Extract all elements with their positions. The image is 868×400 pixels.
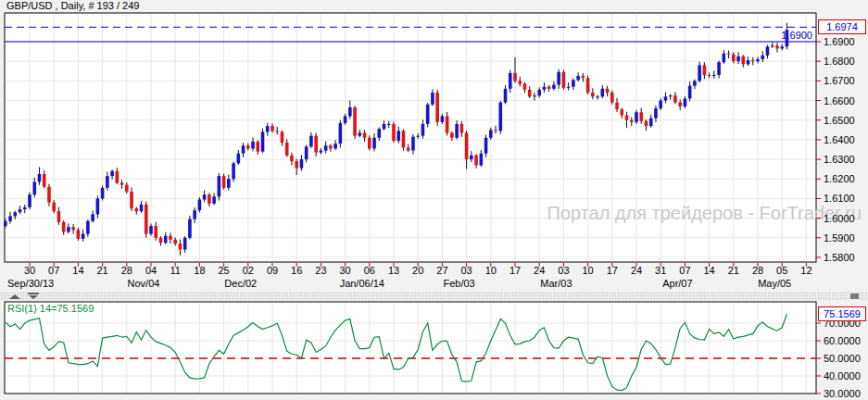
price-axis-label: 1.6300 [824,154,855,165]
week-tick-label: 14 [72,265,83,276]
candle [435,90,439,126]
chart-canvas[interactable]: Портал для трейдеров - ForTrader.ru1.690… [0,0,868,400]
current-rsi-badge: 75.1569 [818,306,866,321]
month-label: Feb/03 [443,278,474,289]
week-tick-label: 13 [388,265,399,276]
week-tick-label: 12 [800,265,811,276]
month-label: Apr/07 [662,278,692,289]
week-tick-label: 09 [267,265,278,276]
candle [402,130,406,151]
price-axis-label: 1.6100 [824,193,855,204]
rsi-indicator-label: RSI(1) 14=75.1569 [7,303,94,314]
week-tick-label: 30 [339,265,350,276]
splitter-grip-icon[interactable] [850,294,859,299]
week-tick-label: 03 [460,265,472,276]
week-tick-label: 05 [776,265,787,276]
month-label: May/05 [758,278,791,289]
watermark: Портал для трейдеров - ForTrader.ru [547,203,862,223]
trading-terminal-chart-window: GBP/USD , Daily, # 193 / 249 Портал для … [0,0,868,400]
price-axis-label: 1.6700 [824,75,855,86]
month-label: Mar/03 [540,278,572,289]
price-axis-label: 1.5900 [824,232,855,244]
price-axis-label: 1.6200 [824,173,855,184]
month-label: Nov/04 [128,278,160,289]
panel-splitter[interactable] [0,292,868,301]
week-tick-label: 28 [121,265,132,276]
rsi-axis-label: 50.0000 [824,353,861,364]
week-tick-label: 27 [436,265,447,276]
week-tick-label: 21 [96,265,107,276]
candle [586,76,590,95]
week-tick-label: 14 [703,265,714,276]
week-tick-label: 10 [485,265,497,276]
week-tick-label: 21 [728,265,739,276]
week-tick-label: 25 [218,265,229,276]
week-tick-label: 18 [194,265,205,276]
candle [261,129,265,154]
week-tick-label: 11 [170,265,180,276]
candle [28,193,31,209]
week-tick-label: 07 [679,265,690,276]
week-tick-label: 24 [631,265,642,276]
rsi-axis-label: 60.0000 [824,335,861,346]
price-axis: 1.69001.68001.67001.66001.65001.64001.63… [816,36,855,263]
week-tick-label: 03 [558,265,569,276]
month-label: Jan/06/14 [340,278,384,289]
week-tick-label: 02 [243,265,254,276]
rsi-axis-label: 40.0000 [824,370,861,381]
week-tick-label: 07 [48,265,59,276]
price-axis-label: 1.6800 [824,56,855,67]
candle [498,101,502,134]
week-tick-label: 16 [291,265,302,276]
candle [562,69,566,90]
price-axis-label: 1.6400 [824,134,855,145]
expand-panel-icon[interactable] [28,293,39,294]
week-tick-label: 17 [509,265,521,276]
week-tick-label: 20 [412,265,423,276]
price-axis-label: 1.5800 [824,252,855,263]
candle [145,202,148,238]
month-label: Dec/02 [224,278,257,289]
time-axis: 3007142128041118250209162330061320270310… [7,263,812,289]
candle [222,174,226,190]
price-axis-label: 1.6500 [824,115,855,126]
collapse-panel-icon[interactable] [9,294,20,299]
week-tick-label: 06 [364,265,375,276]
chart-title: GBP/USD , Daily, # 193 / 249 [6,0,139,11]
candle [392,121,396,143]
price-axis-label: 1.6600 [824,95,855,106]
candle [218,173,221,201]
candle [339,120,343,148]
week-tick-label: 23 [315,265,326,276]
price-axis-label: 1.6900 [824,36,855,47]
week-tick-label: 30 [24,265,35,276]
rsi-axis-label: 30.0000 [824,388,861,399]
week-tick-label: 17 [607,265,618,276]
month-label: Sep/30/13 [7,278,54,289]
week-tick-label: 28 [752,265,763,276]
week-tick-label: 24 [534,265,545,276]
week-tick-label: 10 [582,265,593,276]
current-price-badge: 1.6974 [818,19,866,34]
candle [188,216,192,240]
week-tick-label: 31 [655,265,666,276]
candle [353,106,357,139]
candle [426,103,430,127]
price-axis-label: 1.6000 [824,213,855,224]
week-tick-label: 04 [145,265,157,276]
